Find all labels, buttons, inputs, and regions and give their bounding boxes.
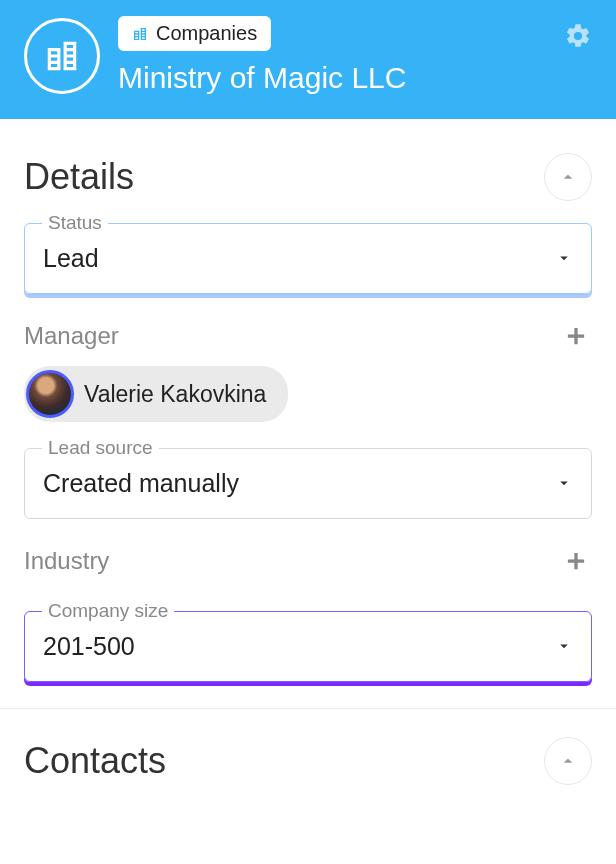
header-content: Companies Ministry of Magic LLC (118, 16, 592, 95)
status-field: Status Lead (24, 223, 592, 294)
company-header: Companies Ministry of Magic LLC (0, 0, 616, 119)
company-size-label: Company size (42, 600, 174, 622)
contacts-section-header: Contacts (24, 709, 592, 785)
lead-source-value: Created manually (43, 469, 239, 498)
status-value: Lead (43, 244, 99, 273)
companies-chip[interactable]: Companies (118, 16, 271, 51)
companies-chip-label: Companies (156, 22, 257, 45)
caret-down-icon (555, 632, 573, 661)
lead-source-field: Lead source Created manually (24, 448, 592, 519)
caret-down-icon (555, 469, 573, 498)
plus-icon (563, 323, 589, 349)
company-size-field: Company size 201-500 (24, 611, 592, 682)
manager-label: Manager (24, 322, 119, 350)
add-manager-button[interactable] (560, 320, 592, 352)
industry-label: Industry (24, 547, 109, 575)
lead-source-label: Lead source (42, 437, 159, 459)
building-icon (43, 37, 81, 75)
building-icon (132, 26, 148, 42)
details-section-header: Details (24, 153, 592, 201)
details-collapse-button[interactable] (544, 153, 592, 201)
manager-row: Valerie Kakovkina (24, 366, 592, 422)
industry-row-header: Industry (24, 545, 592, 577)
company-avatar-circle (24, 18, 100, 94)
details-title: Details (24, 156, 134, 198)
plus-icon (563, 548, 589, 574)
avatar (26, 370, 74, 418)
gear-icon (564, 22, 592, 50)
status-label: Status (42, 212, 108, 234)
manager-name: Valerie Kakovkina (84, 381, 266, 408)
manager-pill[interactable]: Valerie Kakovkina (24, 366, 288, 422)
company-name: Ministry of Magic LLC (118, 61, 592, 95)
settings-button[interactable] (564, 22, 592, 50)
company-size-value: 201-500 (43, 632, 135, 661)
status-select[interactable]: Lead (24, 223, 592, 294)
chevron-up-icon (558, 751, 578, 771)
add-industry-button[interactable] (560, 545, 592, 577)
contacts-collapse-button[interactable] (544, 737, 592, 785)
details-panel: Details Status Lead Manager Valerie Kako… (0, 119, 616, 785)
manager-row-header: Manager (24, 320, 592, 352)
caret-down-icon (555, 244, 573, 273)
chevron-up-icon (558, 167, 578, 187)
contacts-title: Contacts (24, 740, 166, 782)
